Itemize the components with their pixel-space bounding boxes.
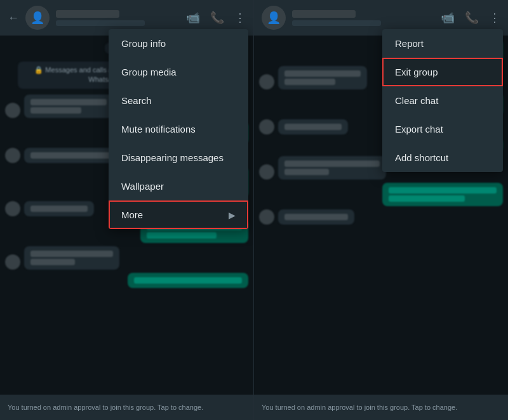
- menu-item-export-chat[interactable]: Export chat: [382, 115, 503, 143]
- chevron-right-icon: ▶: [229, 210, 236, 220]
- right-bottom-bar: You turned on admin approval to join thi…: [254, 395, 508, 420]
- avatar: [259, 209, 274, 225]
- more-options-icon[interactable]: ⋮: [234, 11, 246, 25]
- avatar: [259, 119, 274, 135]
- header-info: [56, 10, 180, 26]
- video-call-icon[interactable]: 📹: [186, 11, 200, 25]
- received-bubble: [24, 201, 94, 216]
- avatar: [5, 103, 20, 118]
- received-bubble: [278, 156, 386, 180]
- avatar-icon: 👤: [30, 11, 44, 25]
- header-info: [292, 10, 434, 26]
- right-chat-panel: 👤 📹 📞 ⋮: [254, 0, 508, 420]
- menu-item-add-shortcut[interactable]: Add shortcut: [382, 143, 503, 172]
- left-chat-panel: ← 👤 📹 📞 ⋮ Yesterday 🔒 Messages and calls…: [0, 0, 254, 420]
- voice-call-icon[interactable]: 📞: [465, 11, 479, 25]
- received-bubble: [278, 66, 367, 89]
- menu-item-clear-chat[interactable]: Clear chat: [382, 86, 503, 115]
- right-dropdown-menu: Report Exit group Clear chat Export chat…: [382, 29, 503, 172]
- menu-item-more[interactable]: More ▶: [109, 200, 248, 229]
- received-bubble: [278, 209, 354, 225]
- avatar: [5, 201, 20, 216]
- menu-item-mute-notifications[interactable]: Mute notifications: [109, 115, 248, 143]
- more-options-icon[interactable]: ⋮: [489, 11, 500, 25]
- avatar[interactable]: 👤: [25, 6, 50, 30]
- group-members: [56, 20, 145, 26]
- table-row: [5, 273, 248, 288]
- menu-item-wallpaper[interactable]: Wallpaper: [109, 172, 248, 200]
- avatar: [259, 74, 274, 89]
- menu-item-disappearing-messages[interactable]: Disappearing messages: [109, 143, 248, 172]
- menu-item-group-media[interactable]: Group media: [109, 58, 248, 86]
- bottom-status-text: You turned on admin approval to join thi…: [262, 404, 457, 411]
- received-bubble: [24, 95, 113, 118]
- menu-item-report[interactable]: Report: [382, 29, 503, 58]
- menu-item-search[interactable]: Search: [109, 86, 248, 115]
- group-name: [292, 10, 356, 18]
- left-dropdown-menu: Group info Group media Search Mute notif…: [109, 29, 248, 229]
- group-members: [292, 20, 381, 26]
- avatar: [5, 148, 20, 163]
- bottom-status-text: You turned on admin approval to join thi…: [8, 404, 203, 411]
- received-bubble: [24, 246, 119, 270]
- table-row: [259, 209, 503, 225]
- header-action-icons: 📹 📞 ⋮: [441, 11, 500, 25]
- table-row: [5, 246, 248, 270]
- avatar: [5, 254, 20, 270]
- avatar-icon: 👤: [267, 11, 281, 25]
- back-icon[interactable]: ←: [8, 11, 19, 25]
- left-bottom-bar: You turned on admin approval to join thi…: [0, 395, 253, 420]
- sent-bubble: [128, 273, 248, 288]
- received-bubble: [278, 119, 348, 135]
- avatar: [259, 164, 274, 180]
- menu-item-exit-group[interactable]: Exit group: [382, 58, 503, 86]
- sent-bubble: [382, 183, 503, 206]
- avatar[interactable]: 👤: [262, 6, 286, 30]
- header-action-icons: 📹 📞 ⋮: [186, 11, 246, 25]
- table-row: [259, 183, 503, 206]
- menu-item-group-info[interactable]: Group info: [109, 29, 248, 58]
- group-name: [56, 10, 119, 18]
- voice-call-icon[interactable]: 📞: [210, 11, 224, 25]
- video-call-icon[interactable]: 📹: [441, 11, 455, 25]
